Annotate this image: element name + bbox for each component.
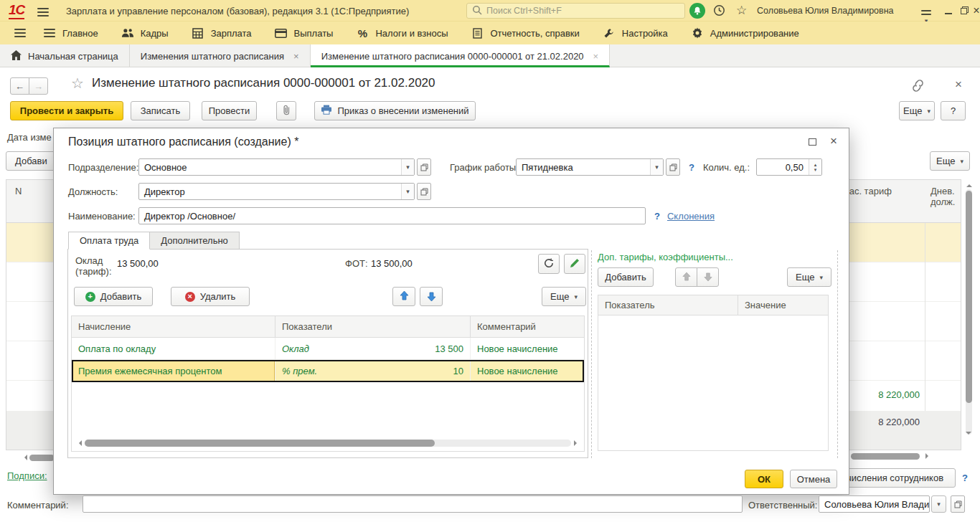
menu-reports[interactable]: Отчетность, справки — [460, 22, 591, 44]
notifications-bell-icon[interactable] — [689, 3, 705, 19]
dialog-maximize-icon[interactable] — [809, 138, 816, 146]
schedule-open-button[interactable] — [666, 158, 680, 176]
scroll-up-icon[interactable] — [966, 181, 972, 187]
column-value[interactable]: Значение — [738, 295, 828, 315]
menu-administration[interactable]: Администрирование — [679, 22, 811, 44]
help-question-mark[interactable]: ? — [962, 473, 968, 483]
restore-button[interactable] — [956, 0, 971, 22]
menu-taxes[interactable]: % Налоги и взносы — [344, 22, 459, 44]
move-down-button-disabled[interactable] — [697, 267, 719, 287]
tab-staff-change-document[interactable]: Изменение штатного расписания 0000-00000… — [311, 44, 611, 67]
responsible-dropdown-button[interactable]: ▾ — [931, 495, 946, 513]
signatures-link[interactable]: Подписи: — [7, 470, 47, 481]
scroll-right-icon[interactable] — [574, 440, 580, 446]
scroll-down-icon[interactable] — [966, 432, 971, 437]
pay-add-button[interactable]: + Добавить — [74, 287, 153, 306]
name-input[interactable]: Директор /Основное/ — [138, 207, 646, 224]
extra-add-button[interactable]: Добавить — [598, 267, 654, 287]
accruals-h-scrollbar[interactable] — [76, 439, 580, 447]
tab-staff-changes-list[interactable]: Изменения штатного расписания × — [130, 44, 311, 67]
menu-main[interactable]: Главное — [32, 22, 110, 44]
scroll-right-icon[interactable] — [925, 453, 931, 459]
favorites-star-icon[interactable]: ☆ — [736, 3, 747, 18]
tab-additional[interactable]: Дополнительно — [149, 232, 240, 250]
chevron-down-icon[interactable]: ▾ — [401, 184, 414, 199]
attachments-button[interactable] — [276, 101, 296, 120]
search-input[interactable]: Поиск Ctrl+Shift+F — [466, 3, 685, 19]
close-document-icon[interactable]: × — [955, 77, 962, 92]
position-open-button[interactable] — [417, 183, 431, 200]
column-accrual[interactable]: Начисление — [72, 316, 275, 337]
menu-payments[interactable]: Выплаты — [263, 22, 345, 44]
back-button[interactable]: ← — [10, 77, 29, 95]
horizontal-scrollbar-right-fragment[interactable] — [851, 452, 936, 460]
splitter[interactable] — [591, 250, 592, 458]
schedule-combo[interactable]: Пятидневка ▾ — [516, 158, 664, 176]
department-combo[interactable]: Основное ▾ — [138, 158, 415, 176]
column-indicators[interactable]: Показатели — [275, 316, 471, 337]
favorite-star-icon[interactable]: ☆ — [71, 75, 84, 92]
post-and-close-button[interactable]: Провести и закрыть — [10, 101, 123, 120]
accrual-row[interactable]: Оплата по окладу Оклад13 500 Новое начис… — [72, 338, 584, 360]
chevron-down-icon[interactable]: ▾ — [650, 159, 663, 175]
ok-button[interactable]: ОК — [745, 470, 783, 488]
name-help[interactable]: ? — [654, 211, 660, 222]
pay-more-button[interactable]: Еще▾ — [542, 287, 586, 306]
declensions-link[interactable]: Склонения — [667, 211, 715, 222]
schedule-help[interactable]: ? — [689, 162, 694, 173]
recalculate-button[interactable] — [538, 254, 560, 274]
close-tab-icon[interactable]: × — [293, 51, 299, 62]
vertical-scrollbar[interactable] — [964, 179, 974, 445]
comment-input[interactable] — [83, 495, 743, 513]
cancel-button[interactable]: Отмена — [790, 470, 837, 488]
horizontal-scrollbar-left-fragment[interactable] — [22, 453, 55, 462]
main-menu-icon[interactable] — [37, 6, 49, 22]
units-input[interactable]: 0,50 ▴▾ — [756, 158, 822, 176]
document-more-button[interactable]: Еще▾ — [899, 101, 935, 120]
history-icon[interactable] — [713, 4, 725, 19]
employee-accruals-button-fragment[interactable]: числения сотрудников — [834, 468, 956, 488]
splitter[interactable] — [837, 250, 838, 458]
scrollbar-thumb[interactable] — [966, 191, 972, 403]
scroll-left-icon[interactable] — [76, 440, 82, 446]
accrual-row-selected[interactable]: Премия ежемесячная процентом % прем.10 Н… — [72, 360, 584, 382]
tab-home[interactable]: Начальная страница — [0, 44, 130, 67]
responsible-input[interactable]: Соловьева Юлия Владим — [819, 495, 930, 513]
highlighted-row-fragment[interactable] — [6, 223, 55, 262]
get-link-icon[interactable] — [911, 80, 925, 95]
minimize-button[interactable] — [941, 0, 956, 22]
responsible-open-button[interactable] — [951, 495, 965, 513]
pay-delete-button[interactable]: × Удалить — [171, 287, 250, 306]
edit-button[interactable] — [564, 254, 585, 274]
chevron-down-icon[interactable]: ▾ — [401, 159, 414, 175]
scroll-left-icon[interactable] — [22, 455, 27, 460]
menu-settings[interactable]: Настройка — [591, 22, 679, 44]
spinner-icon[interactable]: ▴▾ — [809, 159, 821, 175]
menu-salary[interactable]: Зарплата — [180, 22, 263, 44]
scrollbar-thumb[interactable] — [851, 453, 920, 460]
table-more-button[interactable]: Еще▾ — [930, 151, 970, 171]
help-button[interactable]: ? — [941, 101, 966, 120]
menu-personnel[interactable]: Кадры — [110, 22, 180, 44]
department-open-button[interactable] — [417, 158, 431, 176]
move-down-button[interactable] — [420, 287, 443, 306]
save-button[interactable]: Записать — [131, 101, 190, 120]
scrollbar-thumb[interactable] — [85, 440, 435, 447]
print-order-button[interactable]: Приказ о внесении изменений — [314, 101, 476, 120]
user-name[interactable]: Соловьева Юлия Владимировна — [757, 6, 894, 16]
staff-table-left-fragment[interactable]: N — [6, 179, 55, 450]
move-up-button[interactable] — [392, 287, 415, 306]
functions-menu-icon[interactable] — [9, 22, 32, 44]
tab-pay[interactable]: Оплата труда — [68, 232, 150, 250]
post-button[interactable]: Провести — [202, 101, 257, 120]
move-up-button-disabled[interactable] — [675, 267, 697, 287]
close-app-button[interactable]: × — [969, 0, 980, 22]
column-comment[interactable]: Комментарий — [471, 316, 584, 337]
extra-table[interactable]: Показатель Значение — [598, 295, 829, 451]
extra-more-button[interactable]: Еще▾ — [787, 267, 831, 287]
close-tab-icon[interactable]: × — [593, 51, 599, 62]
forward-button[interactable]: → — [29, 77, 48, 95]
column-indicator[interactable]: Показатель — [598, 295, 738, 315]
dialog-close-icon[interactable]: × — [830, 134, 837, 148]
position-combo[interactable]: Директор ▾ — [138, 183, 415, 200]
